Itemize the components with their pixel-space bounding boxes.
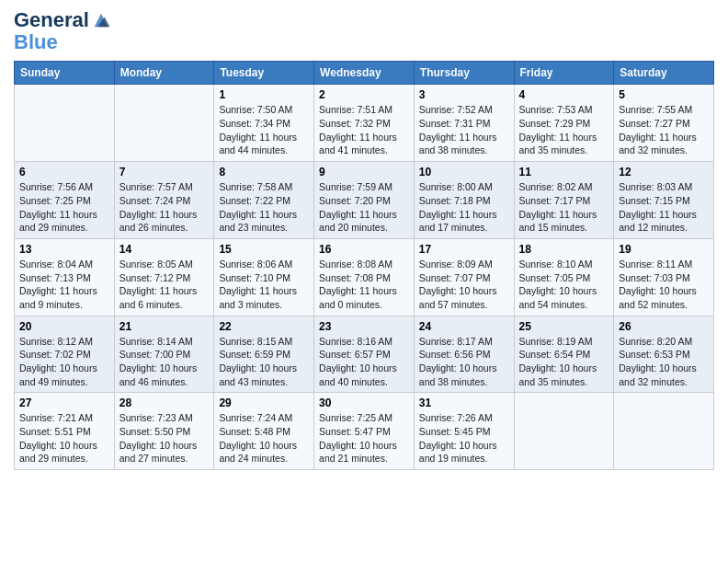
weekday-header-thursday: Thursday (414, 62, 514, 85)
cell-info: Sunrise: 7:50 AM Sunset: 7:34 PM Dayligh… (219, 103, 309, 157)
day-number: 17 (419, 243, 509, 256)
day-number: 2 (319, 88, 409, 101)
cell-info: Sunrise: 8:12 AM Sunset: 7:02 PM Dayligh… (19, 335, 109, 389)
cell-info: Sunrise: 8:10 AM Sunset: 7:05 PM Dayligh… (519, 258, 609, 312)
calendar-cell-r0c1 (114, 85, 214, 162)
weekday-header-friday: Friday (514, 62, 614, 85)
day-number: 6 (19, 166, 109, 178)
cell-info: Sunrise: 7:59 AM Sunset: 7:20 PM Dayligh… (319, 180, 409, 235)
calendar-cell-r4c6 (614, 393, 714, 470)
day-number: 1 (219, 88, 309, 101)
cell-info: Sunrise: 8:05 AM Sunset: 7:12 PM Dayligh… (119, 258, 210, 312)
cell-info: Sunrise: 8:04 AM Sunset: 7:13 PM Dayligh… (19, 258, 109, 312)
cell-info: Sunrise: 8:09 AM Sunset: 7:07 PM Dayligh… (419, 258, 509, 312)
day-number: 9 (319, 166, 409, 178)
day-number: 4 (519, 88, 609, 101)
calendar-cell-r4c5 (514, 393, 614, 470)
calendar-cell-r2c2: 15Sunrise: 8:06 AM Sunset: 7:10 PM Dayli… (214, 238, 314, 316)
calendar-cell-r3c1: 21Sunrise: 8:14 AM Sunset: 7:00 PM Dayli… (114, 316, 214, 393)
calendar-cell-r4c2: 29Sunrise: 7:24 AM Sunset: 5:48 PM Dayli… (214, 393, 314, 470)
calendar-cell-r2c0: 13Sunrise: 8:04 AM Sunset: 7:13 PM Dayli… (15, 238, 115, 316)
cell-info: Sunrise: 7:26 AM Sunset: 5:45 PM Dayligh… (419, 411, 509, 465)
logo-text: General (14, 9, 89, 31)
calendar-cell-r1c0: 6Sunrise: 7:56 AM Sunset: 7:25 PM Daylig… (15, 162, 115, 239)
calendar-cell-r2c6: 19Sunrise: 8:11 AM Sunset: 7:03 PM Dayli… (614, 238, 714, 316)
cell-info: Sunrise: 7:23 AM Sunset: 5:50 PM Dayligh… (119, 411, 210, 465)
cell-info: Sunrise: 7:52 AM Sunset: 7:31 PM Dayligh… (419, 103, 509, 157)
cell-info: Sunrise: 8:14 AM Sunset: 7:00 PM Dayligh… (119, 335, 210, 389)
cell-info: Sunrise: 8:03 AM Sunset: 7:15 PM Dayligh… (619, 180, 709, 235)
calendar-cell-r3c6: 26Sunrise: 8:20 AM Sunset: 6:53 PM Dayli… (614, 316, 714, 393)
day-number: 23 (319, 320, 409, 333)
calendar-cell-r4c3: 30Sunrise: 7:25 AM Sunset: 5:47 PM Dayli… (314, 393, 415, 470)
cell-info: Sunrise: 8:11 AM Sunset: 7:03 PM Dayligh… (619, 258, 709, 312)
page-header: General Blue (14, 9, 714, 53)
calendar-cell-r4c1: 28Sunrise: 7:23 AM Sunset: 5:50 PM Dayli… (114, 393, 214, 470)
cell-info: Sunrise: 8:17 AM Sunset: 6:56 PM Dayligh… (419, 335, 509, 389)
calendar-cell-r1c5: 11Sunrise: 8:02 AM Sunset: 7:17 PM Dayli… (514, 162, 614, 239)
calendar-table: SundayMondayTuesdayWednesdayThursdayFrid… (14, 61, 714, 470)
cell-info: Sunrise: 7:24 AM Sunset: 5:48 PM Dayligh… (219, 411, 309, 465)
calendar-cell-r1c3: 9Sunrise: 7:59 AM Sunset: 7:20 PM Daylig… (314, 162, 415, 239)
day-number: 16 (319, 243, 409, 256)
day-number: 27 (19, 396, 109, 409)
day-number: 18 (519, 243, 609, 256)
calendar-cell-r4c0: 27Sunrise: 7:21 AM Sunset: 5:51 PM Dayli… (15, 393, 115, 470)
calendar-cell-r1c2: 8Sunrise: 7:58 AM Sunset: 7:22 PM Daylig… (214, 162, 314, 239)
weekday-header-saturday: Saturday (614, 62, 714, 85)
calendar-cell-r3c2: 22Sunrise: 8:15 AM Sunset: 6:59 PM Dayli… (214, 316, 314, 393)
cell-info: Sunrise: 8:00 AM Sunset: 7:18 PM Dayligh… (419, 180, 509, 235)
cell-info: Sunrise: 8:06 AM Sunset: 7:10 PM Dayligh… (219, 258, 309, 312)
day-number: 14 (119, 243, 210, 256)
calendar-cell-r4c4: 31Sunrise: 7:26 AM Sunset: 5:45 PM Dayli… (414, 393, 514, 470)
day-number: 11 (519, 166, 609, 178)
day-number: 30 (319, 396, 409, 409)
calendar-cell-r2c1: 14Sunrise: 8:05 AM Sunset: 7:12 PM Dayli… (114, 238, 214, 316)
day-number: 26 (619, 320, 709, 333)
calendar-cell-r1c6: 12Sunrise: 8:03 AM Sunset: 7:15 PM Dayli… (614, 162, 714, 239)
day-number: 19 (619, 243, 709, 256)
day-number: 31 (419, 396, 509, 409)
day-number: 22 (219, 320, 309, 333)
day-number: 29 (219, 396, 309, 409)
day-number: 28 (119, 396, 210, 409)
calendar-cell-r0c5: 4Sunrise: 7:53 AM Sunset: 7:29 PM Daylig… (514, 85, 614, 162)
day-number: 21 (119, 320, 210, 333)
cell-info: Sunrise: 8:08 AM Sunset: 7:08 PM Dayligh… (319, 258, 409, 312)
day-number: 25 (519, 320, 609, 333)
cell-info: Sunrise: 7:25 AM Sunset: 5:47 PM Dayligh… (319, 411, 409, 465)
weekday-header-monday: Monday (114, 62, 214, 85)
cell-info: Sunrise: 7:53 AM Sunset: 7:29 PM Dayligh… (519, 103, 609, 157)
calendar-cell-r0c0 (15, 85, 115, 162)
cell-info: Sunrise: 7:57 AM Sunset: 7:24 PM Dayligh… (119, 180, 210, 235)
calendar-cell-r1c1: 7Sunrise: 7:57 AM Sunset: 7:24 PM Daylig… (114, 162, 214, 239)
day-number: 5 (619, 88, 709, 101)
calendar-cell-r0c3: 2Sunrise: 7:51 AM Sunset: 7:32 PM Daylig… (314, 85, 415, 162)
calendar-cell-r3c5: 25Sunrise: 8:19 AM Sunset: 6:54 PM Dayli… (514, 316, 614, 393)
calendar-cell-r0c6: 5Sunrise: 7:55 AM Sunset: 7:27 PM Daylig… (614, 85, 714, 162)
weekday-header-wednesday: Wednesday (314, 62, 415, 85)
cell-info: Sunrise: 7:55 AM Sunset: 7:27 PM Dayligh… (619, 103, 709, 157)
day-number: 24 (419, 320, 509, 333)
calendar-cell-r2c5: 18Sunrise: 8:10 AM Sunset: 7:05 PM Dayli… (514, 238, 614, 316)
cell-info: Sunrise: 7:58 AM Sunset: 7:22 PM Dayligh… (219, 180, 309, 235)
day-number: 3 (419, 88, 509, 101)
calendar-cell-r0c4: 3Sunrise: 7:52 AM Sunset: 7:31 PM Daylig… (414, 85, 514, 162)
day-number: 10 (419, 166, 509, 178)
calendar-cell-r2c4: 17Sunrise: 8:09 AM Sunset: 7:07 PM Dayli… (414, 238, 514, 316)
logo-subtext: Blue (14, 30, 58, 53)
logo: General Blue (14, 9, 111, 53)
calendar-cell-r3c4: 24Sunrise: 8:17 AM Sunset: 6:56 PM Dayli… (414, 316, 514, 393)
day-number: 20 (19, 320, 109, 333)
day-number: 8 (219, 166, 309, 178)
calendar-cell-r3c0: 20Sunrise: 8:12 AM Sunset: 7:02 PM Dayli… (15, 316, 115, 393)
day-number: 12 (619, 166, 709, 178)
weekday-header-sunday: Sunday (15, 62, 115, 85)
weekday-header-tuesday: Tuesday (214, 62, 314, 85)
calendar-cell-r3c3: 23Sunrise: 8:16 AM Sunset: 6:57 PM Dayli… (314, 316, 415, 393)
cell-info: Sunrise: 7:21 AM Sunset: 5:51 PM Dayligh… (19, 411, 109, 465)
cell-info: Sunrise: 7:51 AM Sunset: 7:32 PM Dayligh… (319, 103, 409, 157)
cell-info: Sunrise: 8:20 AM Sunset: 6:53 PM Dayligh… (619, 335, 709, 389)
day-number: 7 (119, 166, 210, 178)
cell-info: Sunrise: 8:19 AM Sunset: 6:54 PM Dayligh… (519, 335, 609, 389)
